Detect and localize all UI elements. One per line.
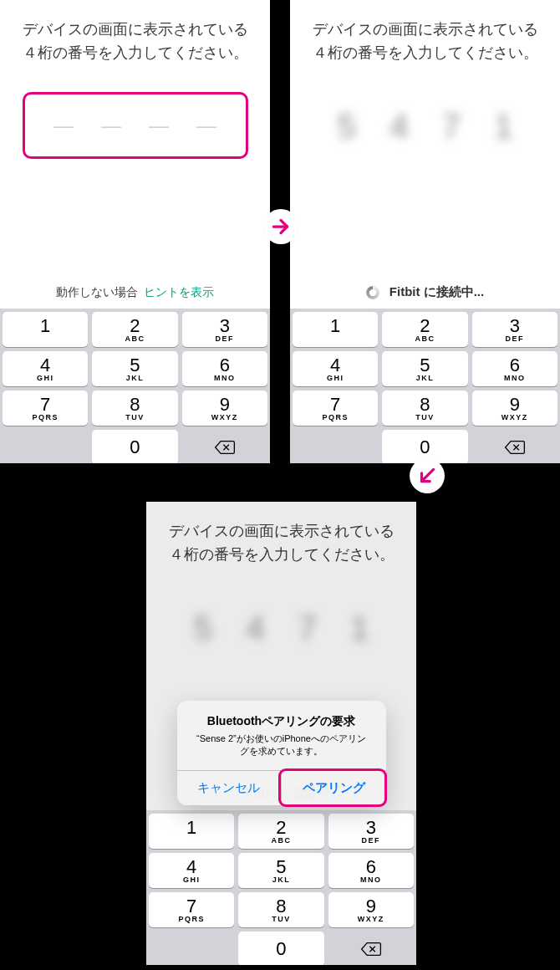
cancel-button[interactable]: キャンセル: [177, 771, 282, 805]
keypad-key-2[interactable]: 2ABC: [382, 312, 467, 347]
keypad-blank: [3, 430, 88, 463]
dialog-body: “Sense 2”がお使いのiPhoneへのペアリングを求めています。: [177, 731, 386, 770]
code-placeholder-3: —: [149, 114, 169, 137]
bluetooth-pairing-dialog: Bluetoothペアリングの要求 “Sense 2”がお使いのiPhoneへの…: [177, 701, 386, 805]
keypad-key-number: 5: [420, 356, 430, 375]
keypad-key-letters: ABC: [415, 335, 435, 343]
keypad-key-8[interactable]: 8TUV: [92, 391, 177, 426]
code-digit-1: 5: [338, 108, 356, 146]
keypad-key-letters: PQRS: [322, 414, 349, 421]
keypad-key-6[interactable]: 6MNO: [328, 853, 414, 888]
keypad-key-9[interactable]: 9WXYZ: [472, 391, 557, 426]
keypad-key-letters: ABC: [271, 837, 291, 845]
keypad-key-number: 2: [420, 317, 430, 335]
keypad-key-3[interactable]: 3DEF: [182, 312, 267, 347]
keypad-key-number: 4: [186, 858, 196, 876]
hint-row: 動作しない場合 ヒントを表示: [0, 285, 270, 300]
keypad-key-2[interactable]: 2ABC: [238, 814, 323, 849]
keypad-key-6[interactable]: 6MNO: [182, 351, 267, 386]
code-digit-2: 4: [246, 610, 264, 647]
keypad-key-1[interactable]: 1: [149, 814, 234, 849]
keypad-key-number: 1: [186, 819, 196, 837]
numeric-keypad: 1 2ABC3DEF4GHI5JKL6MNO7PQRS8TUV9WXYZ0: [290, 309, 560, 463]
keypad-key-letters: MNO: [214, 375, 236, 382]
keypad-key-4[interactable]: 4GHI: [293, 351, 378, 386]
connecting-status: Fitbit に接続中...: [290, 284, 560, 300]
code-placeholder-1: —: [53, 114, 74, 137]
code-digit-2: 4: [389, 108, 408, 146]
keypad-backspace[interactable]: [328, 932, 414, 965]
backspace-icon: [360, 941, 382, 957]
keypad-key-letters: MNO: [360, 876, 382, 884]
svg-line-7: [422, 469, 434, 481]
keypad-key-9[interactable]: 9WXYZ: [182, 391, 267, 426]
keypad-key-letters: GHI: [327, 375, 344, 382]
keypad-key-number: 2: [130, 317, 140, 335]
keypad-key-number: 6: [510, 356, 520, 375]
dialog-buttons: キャンセル ペアリング: [177, 770, 386, 805]
keypad-key-5[interactable]: 5JKL: [238, 853, 323, 888]
keypad-key-9[interactable]: 9WXYZ: [328, 892, 414, 927]
keypad-key-letters: DEF: [362, 837, 381, 845]
keypad-key-letters: JKL: [126, 375, 145, 382]
keypad-key-7[interactable]: 7PQRS: [3, 391, 88, 426]
code-digit-3: 7: [442, 108, 461, 146]
keypad-key-letters: WXYZ: [358, 916, 384, 923]
keypad-key-number: 6: [220, 356, 230, 375]
flow-arrow-down-left: [410, 458, 445, 493]
flow-arrow-right: [263, 209, 298, 244]
arrow-right-icon: [270, 216, 292, 237]
keypad-key-5[interactable]: 5JKL: [382, 351, 467, 386]
keypad-key-5[interactable]: 5JKL: [92, 351, 177, 386]
code-input-filled[interactable]: 5 4 7 1: [313, 94, 538, 161]
keypad-key-letters: PQRS: [178, 916, 205, 923]
keypad-key-4[interactable]: 4GHI: [149, 853, 234, 888]
keypad-key-number: 8: [420, 396, 430, 414]
keypad-key-8[interactable]: 8TUV: [382, 391, 467, 426]
keypad-key-letters: GHI: [183, 876, 201, 884]
keypad-key-letters: DEF: [506, 335, 525, 343]
keypad-key-letters: JKL: [272, 876, 291, 884]
keypad-key-number: 7: [330, 396, 340, 414]
keypad-key-1[interactable]: 1: [3, 312, 88, 347]
keypad-key-number: 2: [276, 819, 286, 837]
keypad-key-number: 8: [130, 396, 140, 414]
keypad-key-number: 0: [276, 940, 286, 958]
keypad-key-4[interactable]: 4GHI: [3, 351, 88, 386]
connecting-text: Fitbit に接続中...: [389, 284, 484, 300]
screen-pairing-dialog: デバイスの画面に表示されている４桁の番号を入力してください。 5 4 7 1 F…: [146, 502, 416, 965]
code-digit-4: 1: [494, 108, 512, 146]
keypad-key-6[interactable]: 6MNO: [472, 351, 557, 386]
instruction-text: デバイスの画面に表示されている４桁の番号を入力してください。: [290, 0, 560, 74]
keypad-key-letters: WXYZ: [501, 414, 528, 421]
pair-button[interactable]: ペアリング: [281, 771, 386, 805]
keypad-key-0[interactable]: 0: [238, 932, 323, 965]
keypad-key-1[interactable]: 1: [293, 312, 378, 347]
keypad-key-3[interactable]: 3DEF: [472, 312, 557, 347]
keypad-key-3[interactable]: 3DEF: [328, 814, 414, 849]
hint-link[interactable]: ヒントを表示: [144, 285, 214, 299]
numeric-keypad: 1 2ABC3DEF4GHI5JKL6MNO7PQRS8TUV9WXYZ0: [0, 309, 270, 463]
code-placeholder-2: —: [101, 114, 121, 137]
keypad-backspace[interactable]: [472, 430, 557, 463]
keypad-backspace[interactable]: [182, 430, 267, 463]
keypad-key-number: 9: [510, 396, 520, 414]
code-placeholder-4: —: [196, 114, 216, 137]
keypad-key-number: 7: [40, 396, 50, 414]
dialog-title: Bluetoothペアリングの要求: [177, 701, 386, 731]
screen-code-entry-empty: デバイスの画面に表示されている４桁の番号を入力してください。 — — — — 動…: [0, 0, 270, 463]
keypad-key-number: 5: [276, 858, 286, 876]
code-input-box[interactable]: — — — —: [23, 92, 248, 159]
keypad-key-2[interactable]: 2ABC: [92, 312, 177, 347]
keypad-key-letters: TUV: [272, 916, 291, 923]
keypad-key-0[interactable]: 0: [92, 430, 177, 463]
hint-label: 動作しない場合: [56, 285, 138, 299]
backspace-icon: [214, 439, 236, 456]
keypad-key-7[interactable]: 7PQRS: [149, 892, 234, 927]
keypad-key-letters: TUV: [415, 414, 435, 421]
code-digit-4: 1: [350, 610, 369, 647]
keypad-key-7[interactable]: 7PQRS: [293, 391, 378, 426]
keypad-key-8[interactable]: 8TUV: [238, 892, 323, 927]
keypad-key-letters: MNO: [504, 375, 526, 382]
keypad-key-letters: ABC: [125, 335, 145, 343]
